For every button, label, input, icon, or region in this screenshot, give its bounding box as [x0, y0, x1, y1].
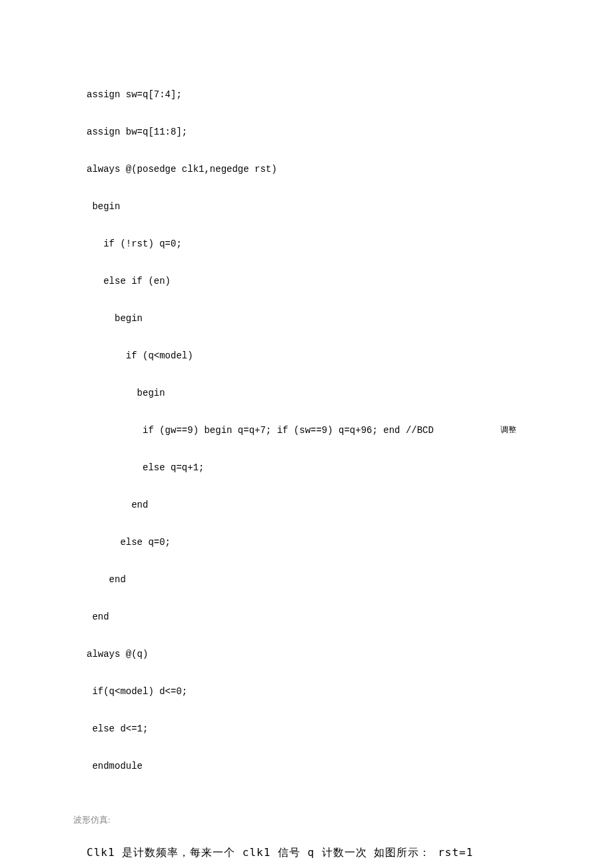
code-line: always @(posedge clk1,negedge rst) — [87, 160, 560, 179]
document-page: assign sw=q[7:4]; assign bw=q[11:8]; alw… — [0, 0, 613, 868]
description-line: Clk1 是计数频率，每来一个 clk1 信号 q 计数一次 如图所示： rst… — [87, 835, 560, 868]
code-line: if (gw==9) begin q=q+7; if (sw==9) q=q+9… — [87, 421, 560, 440]
code-line: else q=0; — [87, 533, 560, 552]
code-block: assign sw=q[7:4]; assign bw=q[11:8]; alw… — [87, 67, 560, 813]
code-line: always @(q) — [87, 645, 560, 663]
description-block: Clk1 是计数频率，每来一个 clk1 信号 q 计数一次 如图所示： rst… — [87, 835, 560, 868]
code-line: assign bw=q[11:8]; — [87, 123, 560, 141]
code-line: begin — [87, 384, 560, 402]
code-line: if (!rst) q=0; — [87, 234, 560, 253]
code-line: endmodule — [87, 757, 560, 775]
code-line: begin — [87, 309, 560, 328]
code-line: begin — [87, 197, 560, 216]
code-line: else q=q+1; — [87, 458, 560, 477]
code-line: end — [87, 608, 560, 626]
code-line: else if (en) — [87, 272, 560, 290]
code-comment: 调整 — [500, 422, 516, 438]
code-line: if(q<model) d<=0; — [87, 682, 560, 701]
simulation-label: 波形仿真: — [73, 814, 560, 826]
code-line: end — [87, 570, 560, 589]
code-line: assign sw=q[7:4]; — [87, 85, 560, 104]
code-line: end — [87, 496, 560, 514]
code-text: if (gw==9) begin q=q+7; if (sw==9) q=q+9… — [87, 425, 434, 436]
code-line: else d<=1; — [87, 719, 560, 738]
code-line: if (q<model) — [87, 346, 560, 365]
